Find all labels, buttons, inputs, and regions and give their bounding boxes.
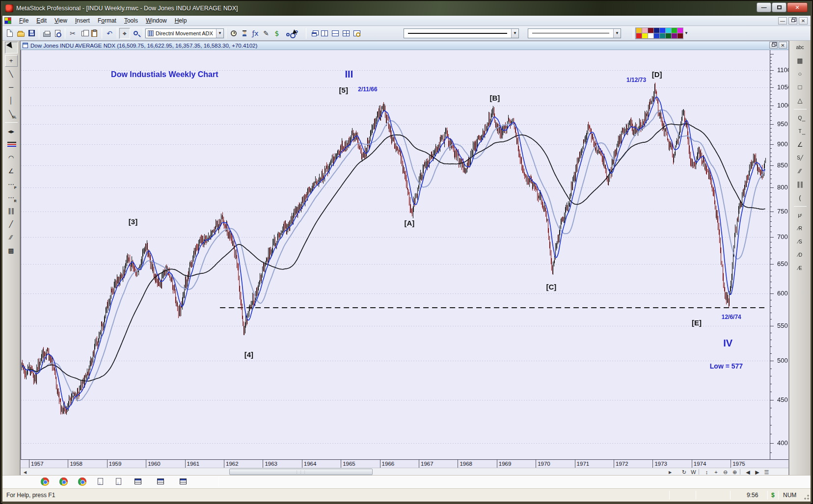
page-left-icon[interactable]: ◀ (744, 469, 752, 476)
page-right-icon[interactable]: ▶ (753, 469, 761, 476)
chevron-down-icon[interactable]: ▼ (216, 29, 223, 38)
chevron-down-icon[interactable]: ▼ (613, 29, 621, 38)
window-options-icon[interactable] (352, 28, 362, 39)
triangle-tool[interactable]: △ (794, 95, 807, 106)
resize-grip[interactable] (803, 493, 810, 500)
speed-line-tool[interactable]: ╱ (5, 218, 18, 230)
smartchart-2-icon[interactable] (59, 477, 68, 486)
fan-e-tool[interactable]: ∕E (794, 263, 807, 274)
copy-icon[interactable] (78, 28, 89, 39)
indicator-combo[interactable]: Directnl Movement ADX▼ (145, 28, 224, 38)
price-chart-canvas[interactable] (21, 50, 788, 459)
zoom-in-icon[interactable]: ⊕ (731, 469, 739, 476)
layout-window-3-icon[interactable] (180, 478, 187, 484)
scrollbar-thumb[interactable]: ⋮⋮⋮ (229, 469, 373, 475)
print-preview-icon[interactable] (52, 28, 63, 39)
minimize-button[interactable]: — (757, 2, 771, 12)
save-icon[interactable] (26, 28, 37, 39)
print-icon[interactable] (41, 28, 52, 39)
menu-window[interactable]: Window (142, 16, 171, 25)
palette-dropdown-icon[interactable]: ▼ (684, 31, 688, 35)
move-chart-icon[interactable]: + (712, 469, 720, 476)
maximize-button[interactable] (772, 2, 786, 12)
pointer-tool[interactable] (5, 42, 18, 53)
quadrant-lines-tool[interactable]: Q⋯ (794, 112, 807, 124)
periodicity-weekly-icon[interactable]: W (689, 469, 698, 476)
raff-regression-tool[interactable]: ∕∕ (794, 165, 807, 177)
cut-icon[interactable]: ✂ (67, 28, 78, 39)
grid-tool[interactable]: ▦ (794, 55, 807, 67)
alert-clock-icon[interactable] (228, 28, 239, 39)
page-export-1-icon[interactable] (98, 478, 103, 485)
menu-file[interactable]: File (15, 16, 32, 25)
zoom-out-icon[interactable]: ⊖ (721, 469, 730, 476)
layout-window-1-icon[interactable] (135, 478, 141, 484)
menu-edit[interactable]: Edit (32, 16, 51, 25)
ellipse-tool[interactable]: ○ (794, 68, 807, 80)
child-minimize-button[interactable]: — (778, 17, 787, 25)
line-weight-combo[interactable]: ▼ (528, 28, 621, 38)
cycle-lines-tool[interactable]: ∥∥ (794, 179, 807, 190)
indicator-builder-icon[interactable]: ƒx (250, 28, 261, 39)
fib-projection-tool[interactable]: ⋯P (5, 179, 18, 190)
tirone-levels-tool[interactable]: T⋯ (794, 126, 807, 137)
new-file-icon[interactable] (4, 28, 15, 39)
close-button[interactable]: ✕ (787, 2, 808, 12)
zoom-vertical-icon[interactable]: ↕ (703, 469, 711, 476)
fibonacci-fan-tool[interactable]: ∠ (5, 165, 18, 177)
tile-grid-icon[interactable] (341, 28, 352, 39)
trendline-sl-tool[interactable]: ╲SL (5, 108, 18, 120)
horizontal-line-tool[interactable]: ─ (5, 81, 18, 93)
menu-view[interactable]: View (51, 16, 71, 25)
page-export-2-icon[interactable] (116, 478, 121, 485)
crosshair-pointer-icon[interactable]: ⌖ (119, 28, 130, 39)
line-style-combo[interactable]: ▼ (404, 28, 519, 38)
chart-titlebar[interactable]: Dow Jones INDU AVERAGE NDX (16,509.75, 1… (21, 41, 788, 50)
equis-lines-tool[interactable] (5, 139, 18, 151)
menu-insert[interactable]: Insert (71, 16, 94, 25)
smartchart-3-icon[interactable] (78, 477, 86, 486)
data-window-icon[interactable]: ☰ (762, 469, 771, 476)
context-help-icon[interactable]: ? (293, 28, 304, 39)
explorer-binoculars-icon[interactable] (282, 28, 293, 39)
system-tester-icon[interactable]: ✎ (261, 28, 271, 39)
fan-d-tool[interactable]: ∕D (794, 249, 807, 261)
rectangle-tool[interactable]: □ (794, 81, 807, 93)
fibonacci-arcs-tool[interactable]: ◠ (5, 152, 18, 164)
trendline-tool[interactable]: ╲ (5, 68, 18, 80)
layout-window-2-icon[interactable] (157, 478, 164, 484)
gann-fan-tool[interactable]: ∕∕ (5, 232, 18, 243)
mesa-tool[interactable]: μᵗ (794, 210, 807, 221)
fan-s-tool[interactable]: ∕S (794, 236, 807, 248)
menu-help[interactable]: Help (171, 16, 191, 25)
cascade-windows-icon[interactable] (308, 28, 319, 39)
text-tool[interactable]: abc (794, 42, 807, 53)
tile-vertical-icon[interactable] (319, 28, 330, 39)
chart-close-button[interactable]: ✕ (779, 42, 787, 49)
speed-resistance-tool[interactable]: S╱ (794, 152, 807, 164)
color-swatch-1-7[interactable] (677, 33, 683, 39)
chart-restore-button[interactable] (769, 42, 778, 49)
undo-icon[interactable]: ↶ (104, 28, 115, 39)
crosshair-tool[interactable]: + (5, 55, 18, 67)
fib-timezones-tool[interactable]: ∥∥ (5, 205, 18, 217)
paste-icon[interactable] (89, 28, 100, 39)
chevron-down-icon[interactable]: ▼ (511, 29, 518, 38)
tile-horizontal-icon[interactable] (330, 28, 341, 39)
expand-compress-tool[interactable]: ◂▸ (5, 126, 18, 137)
refresh-icon[interactable]: ↻ (680, 469, 688, 476)
chart-window-icon[interactable] (4, 17, 11, 24)
chart-plot-area[interactable]: 1100105010009509008508007507006506005505… (21, 50, 788, 459)
smartchart-1-icon[interactable] (41, 477, 49, 486)
pattern-fill-tool[interactable]: ▩ (5, 245, 18, 257)
menu-tools[interactable]: Tools (120, 16, 142, 25)
scroll-left-arrow[interactable]: ◀ (22, 469, 28, 475)
fan-r-tool[interactable]: ∕R (794, 223, 807, 235)
vertical-line-tool[interactable]: │ (5, 95, 18, 106)
expert-advisor-icon[interactable] (239, 28, 250, 39)
arc-tool[interactable]: ( (794, 192, 807, 204)
fib-retracement-tool[interactable]: ⋯R (5, 192, 18, 204)
open-file-icon[interactable] (15, 28, 26, 39)
child-restore-button[interactable] (788, 17, 797, 25)
options-dollar-icon[interactable]: $ (271, 28, 282, 39)
